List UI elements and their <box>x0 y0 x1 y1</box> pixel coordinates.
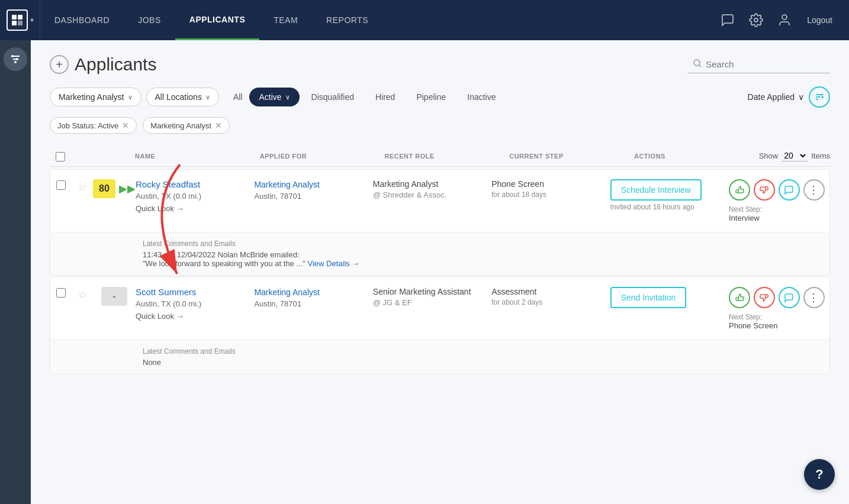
profile-icon-btn[interactable] <box>771 7 797 33</box>
svg-rect-2 <box>12 21 17 25</box>
comments-label-scott: Latest Comments and Emails <box>143 347 820 356</box>
applicant-name-scott[interactable]: Scott Summers <box>136 287 197 297</box>
icon-actions-rocky: ⋮ <box>729 179 825 201</box>
forward-icon-rocky: ▶▶ <box>119 182 136 195</box>
remove-status-tag-icon[interactable]: ✕ <box>122 121 129 130</box>
tab-disqualified[interactable]: Disqualified <box>302 88 364 106</box>
sort-toggle-btn[interactable] <box>809 86 830 108</box>
more-btn-scott[interactable]: ⋮ <box>803 287 825 308</box>
chat-icon-btn[interactable] <box>715 7 741 33</box>
th-step: CURRENT STEP <box>509 153 634 160</box>
row-checkbox-scott[interactable] <box>56 288 66 298</box>
filter-tag-role[interactable]: Marketing Analyst ✕ <box>143 117 230 134</box>
chevron-down-icon: ∨ <box>128 93 133 101</box>
applicant-name-rocky[interactable]: Rocky Steadfast <box>136 179 200 189</box>
applicant-main-scott: ☆ - Scott Summers Austin, TX (0.0 mi.) Q… <box>50 277 829 340</box>
action-sub-rocky: Invited about 16 hours ago <box>610 203 724 211</box>
applicant-location-scott: Austin, TX (0.0 mi.) <box>136 299 249 308</box>
comment-btn-rocky[interactable] <box>779 179 800 201</box>
table-row: ☆ 80 ▶▶ Rocky Steadfast Austin, TX (0.0 … <box>50 169 830 276</box>
select-all-checkbox[interactable] <box>56 152 65 161</box>
location-dropdown[interactable]: All Locations ∨ <box>146 88 219 106</box>
quick-look-rocky[interactable]: Quick Look → <box>136 204 249 213</box>
comment-text-scott: None <box>143 358 820 367</box>
star-icon-rocky[interactable]: ☆ <box>78 180 87 193</box>
nav-logo[interactable]: ▾ <box>0 0 40 40</box>
tab-all[interactable]: All <box>229 88 247 106</box>
thumbs-down-btn-scott[interactable] <box>754 287 775 308</box>
more-btn-rocky[interactable]: ⋮ <box>803 179 825 201</box>
thumbs-up-btn-rocky[interactable] <box>729 179 750 201</box>
row-checkbox-rocky[interactable] <box>56 180 66 190</box>
sidebar <box>0 40 31 504</box>
tab-active[interactable]: Active ∨ <box>249 88 299 106</box>
filter-tags: Job Status: Active ✕ Marketing Analyst ✕ <box>50 117 830 134</box>
svg-rect-0 <box>12 15 17 20</box>
add-button[interactable]: + <box>50 55 69 74</box>
th-name: NAME <box>135 153 260 160</box>
comment-btn-scott[interactable] <box>779 287 800 308</box>
nav-jobs[interactable]: JOBS <box>124 0 175 40</box>
applicant-main-rocky: ☆ 80 ▶▶ Rocky Steadfast Austin, TX (0.0 … <box>50 170 829 232</box>
tab-inactive[interactable]: Inactive <box>458 88 505 106</box>
name-cell-rocky: Rocky Steadfast Austin, TX (0.0 mi.) Qui… <box>136 179 254 213</box>
table-row: ☆ - Scott Summers Austin, TX (0.0 mi.) Q… <box>50 277 830 374</box>
filter-tag-status[interactable]: Job Status: Active ✕ <box>50 117 137 134</box>
applied-link-scott[interactable]: Marketing Analyst <box>254 287 320 297</box>
step-time-scott: for about 2 days <box>491 298 605 306</box>
tab-hired[interactable]: Hired <box>366 88 404 106</box>
settings-icon-btn[interactable] <box>743 7 769 33</box>
nav-team[interactable]: TEAM <box>259 0 312 40</box>
recent-role-rocky: Marketing Analyst @ Shredder & Assoc. <box>373 179 491 199</box>
header-row: + Applicants <box>50 54 830 75</box>
applied-for-scott: Marketing Analyst Austin, 78701 <box>254 287 372 308</box>
step-name-scott: Assessment <box>491 287 605 296</box>
applicants-table: NAME APPLIED FOR RECENT ROLE CURRENT STE… <box>50 146 830 374</box>
logo-dropdown-icon: ▾ <box>30 16 34 24</box>
tab-pipeline[interactable]: Pipeline <box>407 88 455 106</box>
right-actions-scott: ⋮ Next Step: Phone Screen <box>729 287 829 330</box>
comments-section-scott: Latest Comments and Emails None <box>50 340 829 374</box>
svg-point-10 <box>16 58 18 60</box>
nav-reports[interactable]: REPORTS <box>312 0 382 40</box>
more-icon: ⋮ <box>808 183 819 196</box>
job-dropdown[interactable]: Marketing Analyst ∨ <box>50 88 142 106</box>
icon-actions-scott: ⋮ <box>729 287 825 308</box>
next-step-container-rocky: Next Step: Interview <box>729 203 762 222</box>
actions-cell-scott: Send Invitation <box>610 287 729 308</box>
svg-rect-3 <box>18 21 22 25</box>
thumbs-up-btn-scott[interactable] <box>729 287 750 308</box>
th-role: RECENT ROLE <box>384 153 509 160</box>
actions-cell-rocky: Schedule Interview Invited about 16 hour… <box>610 179 729 211</box>
nav-applicants[interactable]: APPLICANTS <box>175 0 259 40</box>
search-box <box>688 56 830 73</box>
star-icon-scott[interactable]: ☆ <box>78 288 87 301</box>
role-name-rocky: Marketing Analyst <box>373 179 487 189</box>
schedule-interview-button[interactable]: Schedule Interview <box>610 179 702 201</box>
applied-link-rocky[interactable]: Marketing Analyst <box>254 180 320 189</box>
thumbs-down-btn-rocky[interactable] <box>754 179 775 201</box>
role-company-scott: @ JG & EF <box>373 298 487 307</box>
th-actions: ACTIONS <box>634 153 759 160</box>
right-actions-rocky: ⋮ Next Step: Interview <box>729 179 829 222</box>
date-sort-button[interactable]: Date Applied ∨ <box>748 92 804 102</box>
items-per-page-select[interactable]: 20 50 100 <box>782 150 808 161</box>
recent-role-scott: Senior Marketing Assistant @ JG & EF <box>373 287 491 307</box>
role-name-scott: Senior Marketing Assistant <box>373 287 487 296</box>
svg-point-11 <box>14 61 17 63</box>
quick-look-scott[interactable]: Quick Look → <box>136 312 249 321</box>
search-icon <box>693 59 702 70</box>
next-step-container-scott: Next Step: Phone Screen <box>729 311 777 330</box>
logout-btn[interactable]: Logout <box>800 11 840 30</box>
status-tabs: All Active ∨ Disqualified Hired Pipeline… <box>229 88 506 106</box>
search-input[interactable] <box>706 59 825 69</box>
sidebar-filter-icon[interactable] <box>4 47 27 71</box>
top-nav: ▾ DASHBOARD JOBS APPLICANTS TEAM REPORTS… <box>0 0 849 40</box>
view-details-link-rocky[interactable]: View Details → <box>308 259 360 268</box>
remove-role-tag-icon[interactable]: ✕ <box>215 121 222 130</box>
help-button[interactable]: ? <box>804 459 835 490</box>
send-invitation-button[interactable]: Send Invitation <box>610 287 687 308</box>
current-step-scott: Assessment for about 2 days <box>491 287 610 306</box>
nav-dashboard[interactable]: DASHBOARD <box>40 0 124 40</box>
th-show: Show 20 50 100 Items <box>759 150 830 161</box>
